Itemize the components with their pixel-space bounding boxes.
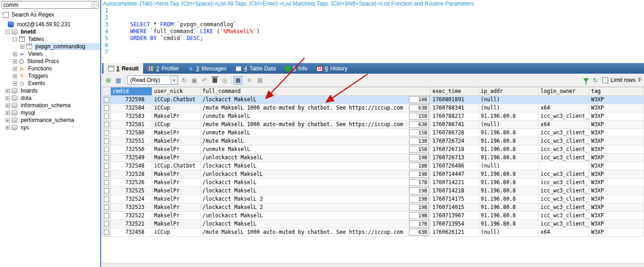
cell-login-owner[interactable]: icc_wc3_client_\ [539,195,589,203]
cell-exec-time[interactable]: 1760726486 [431,162,479,170]
cell-full-command[interactable]: 63B/mute MakselL 1000 auto-muted by chat… [201,121,431,129]
cell-tag[interactable]: W3XP [589,170,644,179]
cell-cmdid[interactable]: 732550 [111,145,152,154]
tree-item[interactable]: + pvpgn_commandlog [0,43,100,50]
cell-user-nick[interactable]: MakselPr [152,170,201,179]
cell-login-owner[interactable]: icc_wc3_client_\ [539,137,589,145]
cell-cmdid[interactable]: 732581 [111,121,152,129]
tree-item[interactable]: - Tables [0,35,100,43]
editor-line[interactable]: 1 [102,7,644,14]
cell-exec-time[interactable]: 1760626121 [431,228,479,237]
code-line[interactable]: ORDER BY `cmdid` DESC; [117,35,203,42]
cell-tag[interactable]: W3XP [589,154,644,162]
cell-cmdid[interactable]: 732524 [111,195,152,203]
cell-user-nick[interactable]: MakselPr [152,203,201,212]
cell-user-nick[interactable]: MakselPr [152,137,201,145]
result-tab[interactable]: 2 Profiler [143,63,184,74]
table-row[interactable]: 732528 MakselPr 19B/unlockacct MakselL 1… [103,170,644,179]
cell-exec-time[interactable]: 1760786741 [431,121,479,129]
refresh-icon[interactable]: ↻ [592,76,599,84]
cell-user-nick[interactable]: iCCup.Chatbot [152,96,201,104]
cell-exec-time[interactable]: 1760788341 [431,104,479,112]
row-select-cell[interactable] [103,220,111,228]
search-input[interactable] [3,2,91,8]
cell-cmdid[interactable]: 732549 [111,154,152,162]
cell-cmdid[interactable]: 732521 [111,220,152,228]
row-checkbox[interactable] [104,97,109,102]
cell-exec-time[interactable]: 1760726724 [431,137,479,145]
cell-full-command[interactable]: 17B/lockacct MakselL [201,179,431,187]
tree-expander-icon[interactable]: + [20,45,24,49]
cell-tag[interactable]: W3XP [589,121,644,129]
tree-item[interactable]: + Triggers [0,72,100,80]
table-row[interactable]: 732523 MakselPr 19B/lockacct MakselL 2 1… [103,203,644,212]
tree-expander-icon[interactable]: - [13,37,17,41]
cell-user-nick[interactable]: MakselPr [152,112,201,121]
table-row[interactable]: 732580 MakselPr 15B/unmute MakselL 17607… [103,129,644,137]
tree-item[interactable]: + dota [0,94,100,102]
cell-ip-addr[interactable]: (null) [479,104,539,112]
cell-login-owner[interactable]: x64 [539,104,589,112]
cell-login-owner[interactable]: icc_wc3_client_\ [539,145,589,154]
tree-expander-icon[interactable]: + [13,81,17,86]
cell-cmdid[interactable]: 732548 [111,162,152,170]
cell-ip-addr[interactable]: (null) [479,96,539,104]
cell-login-owner[interactable]: icc_wc3_client_\ [539,112,589,121]
tree-item[interactable]: root2@146.59.92.231 [0,21,100,28]
cell-full-command[interactable]: 17B/lockacct MakselL [201,220,431,228]
cell-exec-time[interactable]: 1760714175 [431,195,479,203]
cell-ip-addr[interactable]: 91.196.80.8 [479,170,539,179]
cell-cmdid[interactable]: 732583 [111,112,152,121]
column-header-ip-addr[interactable]: ip_addr [479,87,539,96]
table-row[interactable]: 732458 iCCup 63B/mute MakselL 1000 auto-… [103,228,644,237]
cell-cmdid[interactable]: 732528 [111,170,152,179]
row-checkbox[interactable] [104,197,109,202]
row-select-cell[interactable] [103,112,111,121]
cell-ip-addr[interactable]: 91.196.80.8 [479,179,539,187]
cell-cmdid[interactable]: 732523 [111,203,152,212]
cell-exec-time[interactable]: 1760726713 [431,154,479,162]
column-header-exec-time[interactable]: exec_time [431,87,479,96]
cell-tag[interactable]: W3XP [589,129,644,137]
cell-tag[interactable]: W3XP [589,112,644,121]
cell-ip-addr[interactable]: (null) [479,121,539,129]
delete-row-icon[interactable] [211,76,218,84]
cell-cmdid[interactable]: 732522 [111,212,152,220]
tree-expander-icon[interactable]: + [6,96,10,100]
row-select-cell[interactable] [103,170,111,179]
cell-login-owner[interactable]: icc_wc3_client_\ [539,203,589,212]
tree-item[interactable]: + Functions [0,65,100,72]
cell-ip-addr[interactable]: (null) [479,228,539,237]
cell-user-nick[interactable]: iCCup.Chatbot [152,162,201,170]
cell-login-owner[interactable]: icc_wc3_client_\ [539,220,589,228]
cell-login-owner[interactable]: icc_wc3_client_\ [539,212,589,220]
cell-login-owner[interactable]: icc_wc3_client_\ [539,154,589,162]
sql-editor[interactable]: 1 2 3 SELECT * FROM `pvpgn_commandlog` 4… [102,7,644,62]
row-select-cell[interactable] [103,195,111,203]
row-checkbox[interactable] [104,205,109,210]
tree-expander-icon[interactable]: + [6,111,10,115]
row-checkbox[interactable] [104,130,109,135]
result-tab[interactable]: 5 Info [281,63,312,74]
cell-ip-addr[interactable]: 91.196.80.8 [479,129,539,137]
row-select-cell[interactable] [103,154,111,162]
cell-login-owner[interactable]: icc_wc3_client_\ [539,129,589,137]
select-all-header[interactable] [103,87,111,96]
tree-expander-icon[interactable]: + [6,126,10,130]
result-tab[interactable]: 4 Table Data [231,63,280,74]
cell-cmdid[interactable]: 732525 [111,187,152,195]
cell-full-command[interactable]: 13B/mute MakselL [201,137,431,145]
cell-ip-addr[interactable]: 91.196.80.8 [479,145,539,154]
row-select-cell[interactable] [103,187,111,195]
cell-exec-time[interactable]: 1760714447 [431,170,479,179]
cell-tag[interactable]: W3XP [589,220,644,228]
revert-changes-icon[interactable]: ↶ [201,76,208,84]
cell-ip-addr[interactable]: 91.196.80.8 [479,212,539,220]
cell-exec-time[interactable]: 1760714218 [431,187,479,195]
cell-user-nick[interactable]: MakselPr [152,195,201,203]
row-select-cell[interactable] [103,104,111,112]
row-checkbox[interactable] [104,114,109,119]
cell-cmdid[interactable]: 732580 [111,129,152,137]
row-select-cell[interactable] [103,228,111,237]
cell-tag[interactable]: W3XP [589,212,644,220]
